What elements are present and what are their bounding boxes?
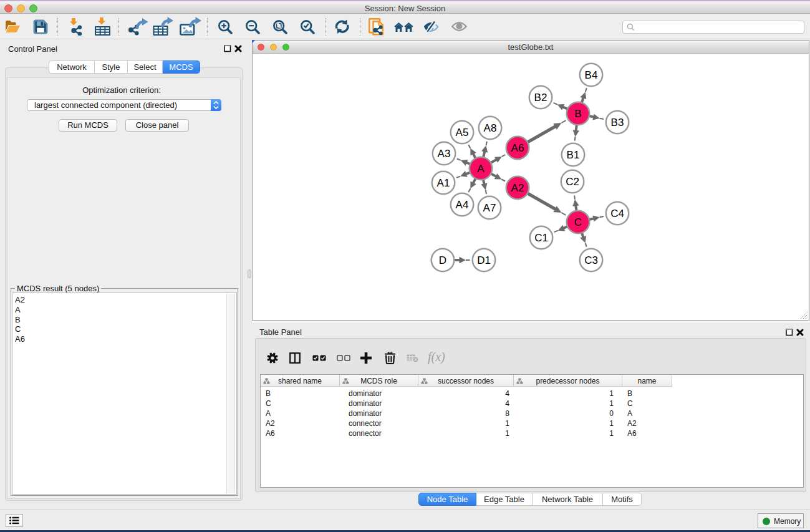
svg-text:C1: C1 [534, 232, 548, 244]
svg-text:C4: C4 [610, 208, 624, 220]
svg-text:D: D [439, 254, 446, 266]
svg-text:A3: A3 [438, 148, 451, 160]
svg-text:D1: D1 [477, 254, 491, 266]
svg-text:A7: A7 [483, 202, 496, 214]
svg-text:A6: A6 [511, 142, 524, 154]
svg-text:A1: A1 [437, 177, 450, 189]
svg-text:A2: A2 [511, 182, 524, 194]
svg-text:C2: C2 [566, 176, 579, 188]
svg-text:C3: C3 [584, 254, 598, 266]
svg-text:A: A [477, 163, 485, 175]
svg-text:B4: B4 [585, 69, 598, 81]
svg-text:A4: A4 [456, 199, 469, 211]
svg-text:A8: A8 [484, 122, 497, 134]
svg-text:A5: A5 [456, 127, 469, 138]
svg-text:B1: B1 [567, 149, 580, 161]
svg-text:B3: B3 [611, 117, 624, 128]
svg-text:B: B [574, 108, 581, 120]
svg-text:B2: B2 [534, 92, 547, 104]
svg-text:C: C [574, 216, 582, 228]
